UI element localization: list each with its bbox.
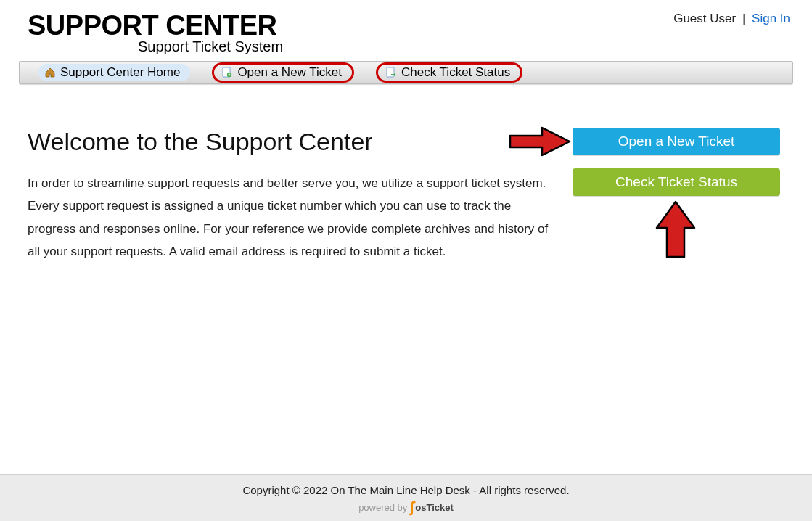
svg-rect-2: [387, 67, 394, 77]
nav-check-status[interactable]: Check Ticket Status: [384, 64, 514, 81]
guest-user-label: Guest User: [673, 12, 736, 25]
powered-by: powered by ʃosTicket: [358, 502, 454, 513]
osticket-logo: ʃosTicket: [410, 502, 454, 513]
main-nav: Support Center Home Open a New Ticket Ch…: [19, 61, 793, 84]
check-status-icon: [385, 67, 397, 78]
check-ticket-status-button[interactable]: Check Ticket Status: [573, 168, 780, 196]
arrow-up-icon: [654, 199, 697, 264]
footer: Copyright © 2022 On The Main Line Help D…: [0, 474, 812, 521]
home-icon: [44, 67, 56, 78]
open-new-ticket-button[interactable]: Open a New Ticket: [573, 128, 780, 155]
separator: |: [739, 12, 748, 25]
copyright-text: Copyright © 2022 On The Main Line Help D…: [0, 484, 812, 496]
osticket-tail: Ticket: [427, 502, 454, 513]
annotation-circle-open: Open a New Ticket: [212, 62, 354, 83]
powered-by-prefix: powered by: [358, 502, 407, 513]
arrow-right-icon: [507, 125, 573, 161]
nav-open-new-ticket-label: Open a New Ticket: [237, 65, 342, 80]
user-area: Guest User | Sign In: [673, 12, 790, 26]
nav-open-new-ticket[interactable]: Open a New Ticket: [220, 64, 346, 81]
annotation-circle-status: Check Ticket Status: [376, 62, 522, 83]
new-ticket-icon: [221, 67, 233, 78]
nav-home-label: Support Center Home: [60, 65, 180, 80]
sign-in-link[interactable]: Sign In: [752, 12, 790, 25]
brand-subtitle: Support Ticket System: [138, 38, 790, 55]
welcome-heading: Welcome to the Support Center: [28, 128, 558, 156]
intro-paragraph: In order to streamline support requests …: [28, 172, 558, 263]
nav-check-status-label: Check Ticket Status: [401, 65, 510, 80]
nav-home[interactable]: Support Center Home: [38, 64, 190, 81]
